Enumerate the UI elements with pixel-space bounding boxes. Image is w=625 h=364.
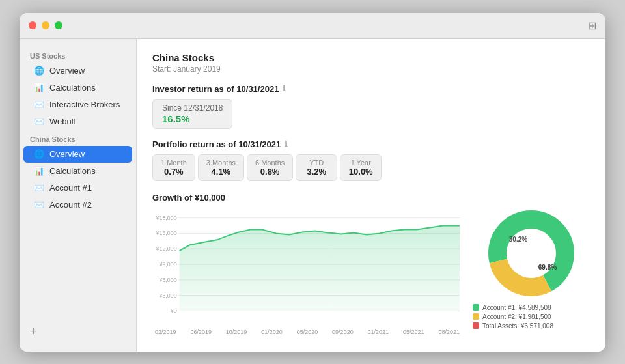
- sidebar-item-account1[interactable]: ✉️ Account #1: [23, 180, 132, 197]
- legend-total: Total Assets: ¥6,571,008: [473, 322, 590, 329]
- legend-label-total: Total Assets: ¥6,571,008: [482, 322, 553, 329]
- investor-return-value: 16.5%: [162, 113, 223, 124]
- sidebar-item-label: Overview: [49, 66, 85, 76]
- sidebar-item-label: Webull: [49, 117, 76, 126]
- envelope-icon-3: ✉️: [34, 183, 44, 193]
- globe-icon-2: 🌐: [34, 149, 44, 160]
- envelope-icon-4: ✉️: [34, 200, 44, 210]
- legend-dot-total: [473, 322, 479, 329]
- add-portfolio-button[interactable]: +: [30, 325, 37, 339]
- sidebar-item-interactive-brokers[interactable]: ✉️ Interactive Brokers: [23, 96, 132, 113]
- investor-return-badge: Since 12/31/2018 16.5%: [152, 99, 232, 129]
- calc-icon-2: 📊: [34, 166, 44, 176]
- legend-dot-account1: [473, 304, 479, 311]
- legend-dot-account2: [473, 313, 479, 320]
- sidebar-item-account2[interactable]: ✉️ Account #2: [23, 197, 132, 214]
- chart-section: Growth of ¥10,000: [152, 193, 590, 338]
- donut-chart-svg: 69.8% 30.2%: [486, 208, 577, 299]
- close-button[interactable]: [29, 21, 36, 29]
- line-chart-container: ¥18,000 ¥15,000 ¥12,000 ¥9,000 ¥6,000 ¥3…: [152, 208, 462, 338]
- calc-icon: 📊: [34, 83, 44, 93]
- main-content: China Stocks Start: January 2019 Investo…: [137, 39, 605, 352]
- period-buttons-group: 1 Month 0.7% 3 Months 4.1% 6 Months 0.8%…: [152, 154, 590, 181]
- app-window: ⊞ US Stocks 🌐 Overview 📊 Calculations ✉️…: [20, 13, 605, 352]
- chart-area: ¥18,000 ¥15,000 ¥12,000 ¥9,000 ¥6,000 ¥3…: [152, 208, 590, 338]
- svg-text:¥3,000: ¥3,000: [158, 292, 176, 298]
- legend-account1: Account #1: ¥4,589,508: [473, 304, 590, 311]
- sidebar-item-label: Calculations: [49, 166, 96, 176]
- sidebar-item-label: Interactive Brokers: [49, 100, 120, 109]
- page-title: China Stocks: [152, 52, 590, 63]
- sidebar-item-china-overview[interactable]: 🌐 Overview: [23, 146, 132, 163]
- sidebar-item-label: Overview: [49, 149, 85, 159]
- sidebar-item-label: Account #1: [49, 183, 92, 193]
- donut-chart-container: 69.8% 30.2% Account #1: ¥4,589,508: [473, 208, 590, 331]
- svg-text:¥0: ¥0: [170, 307, 177, 314]
- svg-text:69.8%: 69.8%: [538, 264, 557, 271]
- legend-account2: Account #2: ¥1,981,500: [473, 313, 590, 320]
- sidebar-item-china-calculations[interactable]: 📊 Calculations: [23, 163, 132, 180]
- investor-info-icon[interactable]: ℹ: [283, 84, 286, 93]
- sidebar-section-us: US Stocks: [20, 47, 136, 63]
- svg-text:¥18,000: ¥18,000: [155, 214, 176, 221]
- svg-text:¥9,000: ¥9,000: [158, 261, 176, 268]
- sidebar-item-label: Calculations: [49, 83, 96, 92]
- envelope-icon: ✉️: [34, 100, 44, 110]
- period-3months[interactable]: 3 Months 4.1%: [198, 154, 244, 181]
- period-6months[interactable]: 6 Months 0.8%: [247, 154, 293, 181]
- svg-text:30.2%: 30.2%: [509, 236, 527, 243]
- period-1month[interactable]: 1 Month 0.7%: [152, 154, 195, 181]
- sidebar-item-us-calculations[interactable]: 📊 Calculations: [23, 79, 132, 96]
- sidebar-toggle-icon[interactable]: ⊞: [588, 20, 596, 32]
- envelope-icon-2: ✉️: [34, 117, 44, 127]
- page-subtitle: Start: January 2019: [152, 64, 590, 74]
- sidebar-item-webull[interactable]: ✉️ Webull: [23, 113, 132, 130]
- sidebar-item-us-overview[interactable]: 🌐 Overview: [23, 63, 132, 79]
- globe-icon: 🌐: [34, 66, 44, 76]
- maximize-button[interactable]: [55, 21, 62, 29]
- titlebar: ⊞: [20, 13, 605, 39]
- legend-label-account1: Account #1: ¥4,589,508: [482, 304, 551, 311]
- period-ytd[interactable]: YTD 3.2%: [296, 154, 337, 181]
- sidebar: US Stocks 🌐 Overview 📊 Calculations ✉️ I…: [20, 39, 137, 352]
- svg-text:¥6,000: ¥6,000: [158, 276, 176, 283]
- donut-wrapper: 69.8% 30.2%: [486, 208, 577, 299]
- x-axis-labels: 02/2019 06/2019 10/2019 01/2020 05/2020 …: [152, 329, 462, 335]
- period-1year[interactable]: 1 Year 10.0%: [340, 154, 382, 181]
- investor-return-header: Investor return as of 10/31/2021 ℹ: [152, 84, 590, 94]
- minimize-button[interactable]: [42, 21, 49, 29]
- sidebar-section-china: China Stocks: [20, 130, 136, 146]
- sidebar-item-label: Account #2: [49, 200, 92, 210]
- donut-legend: Account #1: ¥4,589,508 Account #2: ¥1,98…: [473, 304, 590, 331]
- portfolio-return-header: Portfolio return as of 10/31/2021 ℹ: [152, 139, 590, 149]
- chart-title: Growth of ¥10,000: [152, 193, 590, 203]
- portfolio-info-icon[interactable]: ℹ: [285, 139, 288, 148]
- legend-label-account2: Account #2: ¥1,981,500: [482, 313, 551, 320]
- svg-text:¥15,000: ¥15,000: [155, 230, 176, 236]
- svg-text:¥12,000: ¥12,000: [155, 245, 176, 252]
- line-chart-svg: ¥18,000 ¥15,000 ¥12,000 ¥9,000 ¥6,000 ¥3…: [152, 208, 462, 325]
